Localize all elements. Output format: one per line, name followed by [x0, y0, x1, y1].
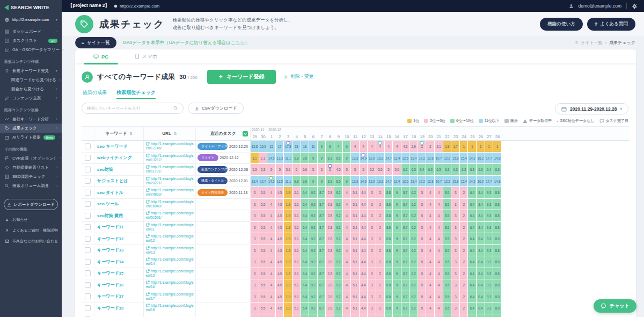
- row-checkbox[interactable]: [85, 201, 91, 207]
- keyword-link[interactable]: キーワード18: [97, 305, 123, 311]
- url-link[interactable]: http://1.example.com/blog/seo/24833/: [146, 188, 194, 196]
- sidebar-item-ai-rewrite[interactable]: AIリライト提案 Beta ›: [0, 133, 62, 142]
- row-checkbox[interactable]: [85, 190, 91, 196]
- keyword-column-header[interactable]: キーワード⇅: [94, 127, 144, 140]
- sidebar-item-new-keyword-discovery[interactable]: 新規キーワード発見 ▾: [0, 66, 62, 75]
- rank-cell: 5: [360, 164, 368, 176]
- rank-cell: 5.5: [376, 164, 385, 176]
- url-cell: http://1.example.com/blog/seo/16048/: [144, 199, 196, 211]
- url-column-header[interactable]: URL⇅: [144, 127, 196, 140]
- howto-button[interactable]: 機能の使い方: [540, 18, 582, 31]
- rank-cell: 6.4: [301, 291, 310, 303]
- row-checkbox[interactable]: [85, 167, 91, 172]
- sidebar-item-result-check[interactable]: 成果チェック ›: [0, 124, 62, 133]
- url-link[interactable]: http://1.example.com/blog/seo/12: [146, 234, 194, 242]
- breadcrumb-parent[interactable]: サイト一覧: [581, 40, 603, 46]
- rank-cell: 9: [318, 141, 326, 153]
- chevron-right-icon: ›: [56, 96, 57, 100]
- site-list-button[interactable]: ≡ サイト一覧: [75, 37, 116, 48]
- sidebar-item-seo-issues[interactable]: SEO課題チェック ›: [0, 172, 62, 181]
- keyword-link[interactable]: seo対策: [97, 167, 113, 172]
- url-link[interactable]: http://1.example.com/blog/seo/12746/: [146, 142, 194, 150]
- row-checkbox[interactable]: [85, 236, 91, 242]
- sidebar-item-auto-suggestion-list[interactable]: 自動提案改善リスト ›: [0, 163, 62, 172]
- sidebar-item-contact[interactable]: 不具合などのお問い合わせ: [0, 236, 62, 247]
- row-checkbox[interactable]: [85, 155, 91, 161]
- sidebar-item-task-list[interactable]: タスクリスト 17: [0, 36, 62, 45]
- sidebar-item-related-words[interactable]: 関連ワードから見つける ›: [0, 75, 62, 84]
- sidebar-item-news[interactable]: お知らせ: [0, 214, 62, 225]
- tab-pc[interactable]: PC: [84, 49, 118, 63]
- external-link-icon: [146, 292, 150, 296]
- keyword-link[interactable]: seo キーワード: [97, 143, 128, 149]
- keyword-link[interactable]: seo タイトル: [97, 190, 123, 196]
- sidebar-item-competitors[interactable]: 競合から見つける ›: [0, 84, 62, 93]
- sidebar-item-faq[interactable]: ? よくあるご質問・機能説明: [0, 225, 62, 236]
- csv-download-button[interactable]: CSVダウンロード: [188, 103, 244, 114]
- url-link[interactable]: http://1.example.com/blog/seo/14: [146, 257, 194, 265]
- row-checkbox[interactable]: [85, 282, 91, 288]
- ua-switch-link[interactable]: こちら: [231, 40, 245, 45]
- keyword-register-button[interactable]: +キーワード登録: [207, 70, 276, 84]
- sort-icon[interactable]: ⇅: [129, 132, 133, 136]
- row-checkbox[interactable]: [85, 293, 91, 299]
- url-link[interactable]: http://1.example.com/blog/seo/18: [146, 304, 194, 312]
- sidebar-item-own-keyword-analysis[interactable]: 自社キーワード分析 ›: [0, 114, 62, 124]
- ga-data-note: GA4データを表示中（UAデータに切り替える場合はこちら）: [123, 40, 249, 46]
- url-link[interactable]: http://1.example.com/blog/seo/16: [146, 280, 194, 289]
- url-link[interactable]: http://1.example.com/blog/seo/17: [146, 292, 194, 300]
- url-link[interactable]: http://1.example.com/blog/seo/13: [146, 246, 194, 254]
- url-link[interactable]: http://1.example.com/blog/seo/11: [146, 223, 194, 231]
- task-date: 2020.12.20: [229, 145, 248, 148]
- sidebar-section-new-content: 新規コンテンツ作成: [0, 54, 62, 66]
- url-link[interactable]: http://1.example.com/blog/seo/13217/: [146, 154, 194, 162]
- task-toggle-icon[interactable]: [243, 131, 248, 136]
- keyword-link[interactable]: キーワード12: [97, 236, 123, 242]
- url-link[interactable]: http://1.example.com/blog/seo/20271/: [146, 177, 194, 185]
- sort-icon[interactable]: ⇅: [174, 132, 177, 136]
- row-checkbox[interactable]: [85, 143, 91, 149]
- search-input[interactable]: [87, 106, 173, 111]
- gear-icon[interactable]: [632, 3, 638, 9]
- row-checkbox[interactable]: [85, 178, 91, 184]
- row-checkbox[interactable]: [85, 247, 91, 253]
- keyword-link[interactable]: キーワード15: [97, 270, 123, 276]
- row-checkbox[interactable]: [85, 224, 91, 230]
- date-range-picker[interactable]: 2020.11.29-2020.12.28 ▾: [555, 103, 628, 114]
- url-link[interactable]: http://1.example.com/blog/seo/15: [146, 269, 194, 277]
- url-link[interactable]: http://1.example.com/blog/seo/16048/: [146, 200, 194, 208]
- rank-cell: 8.7: [318, 279, 326, 291]
- url-link[interactable]: http://1.example.com/blog/seo/51501/: [146, 211, 194, 219]
- keyword-link[interactable]: サジェストとは: [97, 178, 128, 184]
- tab-measure-results[interactable]: 施策の成果: [83, 89, 107, 99]
- row-checkbox[interactable]: [85, 213, 91, 219]
- legend-label: 1位: [413, 118, 419, 124]
- tab-rank-check[interactable]: 検索順位チェック: [116, 89, 156, 99]
- keyword-link[interactable]: webライティング: [97, 155, 132, 161]
- keyword-link[interactable]: キーワード17: [97, 293, 123, 299]
- sidebar-item-cvr[interactable]: CVR改善（オプション） ›: [0, 154, 62, 163]
- keyword-link[interactable]: seo対策 費用: [97, 213, 123, 219]
- row-checkbox[interactable]: [85, 305, 91, 311]
- sidebar-item-ga-gsc-summary[interactable]: GA・GSCデータサマリー ›: [0, 45, 62, 54]
- sidebar-item-search-volume[interactable]: 検索ボリューム調査 ›: [0, 181, 62, 190]
- faq-button[interactable]: ?よくある質問: [587, 18, 635, 31]
- url-link[interactable]: http://1.example.com/blog/seo/11791/: [146, 165, 194, 173]
- delete-edit-link[interactable]: 削除・変更: [283, 74, 313, 80]
- sidebar-item-dashboard[interactable]: ダッシュボード ›: [0, 27, 62, 36]
- site-selector[interactable]: http://2.example.com ▾: [0, 15, 62, 27]
- rank-cell: 2: [376, 187, 385, 199]
- account-email[interactable]: demo@example.com: [579, 3, 621, 9]
- keyword-link[interactable]: キーワード13: [97, 247, 123, 253]
- keyword-link[interactable]: キーワード16: [97, 282, 123, 288]
- row-checkbox[interactable]: [85, 259, 91, 265]
- report-download-button[interactable]: レポートダウンロード: [4, 199, 58, 210]
- tab-smartphone[interactable]: スマホ: [126, 49, 167, 63]
- chat-button[interactable]: チャット: [594, 299, 636, 313]
- keyword-link[interactable]: キーワード11: [97, 224, 123, 230]
- rank-cell: 8.7: [318, 302, 326, 314]
- sidebar-item-content-planning[interactable]: コンテンツ立案 ›: [0, 93, 62, 103]
- row-checkbox[interactable]: [85, 270, 91, 276]
- keyword-link[interactable]: キーワード14: [97, 259, 123, 265]
- keyword-link[interactable]: seo ツール: [97, 201, 119, 207]
